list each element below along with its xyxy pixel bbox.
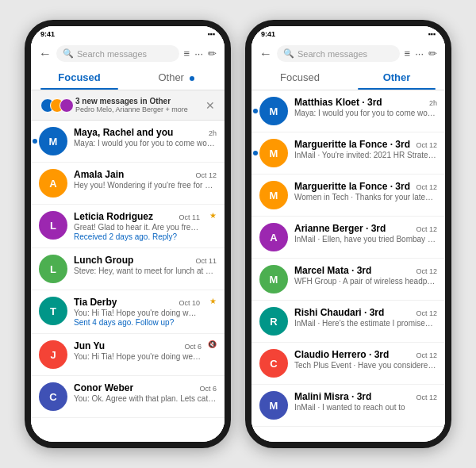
muted-icon: 🔇: [208, 340, 217, 348]
message-time: Oct 11: [195, 257, 217, 265]
back-button-right[interactable]: ←: [259, 47, 272, 61]
tab-focused-right[interactable]: Focused: [251, 65, 348, 90]
sender-name: Maya, Rachel and you: [74, 127, 173, 138]
message-content: Margueritte la Fonce · 3rdOct 12Women in…: [294, 181, 437, 201]
avatar: M: [259, 97, 288, 125]
status-icons-right: ▪▪▪: [428, 30, 436, 38]
avatar-container: T: [39, 297, 67, 325]
sender-name: Rishi Chaudari · 3rd: [294, 307, 384, 318]
header-icons-right: ≡ ··· ✏: [405, 48, 437, 59]
message-item[interactable]: RRishi Chaudari · 3rdOct 12InMail · Here…: [251, 301, 445, 343]
tab-focused-left[interactable]: Focused: [31, 65, 128, 90]
message-time: Oct 12: [416, 225, 437, 233]
message-content: Tia DerbyOct 10You: Hi Tia! Hope you're …: [74, 297, 200, 327]
avatar-container: A: [259, 223, 288, 251]
avatar: M: [259, 181, 288, 209]
message-time: Oct 11: [178, 213, 200, 221]
search-placeholder-left: Search messages: [77, 49, 147, 59]
tab-other-right[interactable]: Other: [348, 65, 445, 90]
message-time: Oct 12: [416, 351, 437, 359]
back-button-left[interactable]: ←: [39, 47, 52, 61]
message-content: Leticia RodriguezOct 11Great! Glad to he…: [74, 211, 200, 241]
message-item[interactable]: LLeticia RodriguezOct 11Great! Glad to h…: [31, 205, 225, 248]
notif-avatar-3: [60, 98, 74, 113]
message-item[interactable]: MMatthias Kloet · 3rd2hMaya: I would you…: [251, 90, 445, 132]
message-item[interactable]: LLunch GroupOct 11Steve: Hey, want to me…: [31, 248, 225, 290]
message-item[interactable]: CConor WeberOct 6You: Ok. Agree with tha…: [31, 376, 225, 418]
message-content: Claudio Herrero · 3rdOct 12Tech Plus Eve…: [294, 349, 437, 370]
message-preview: You: Hi Tia! Hope you're doing well! Doe…: [74, 352, 202, 361]
message-preview2: Received 2 days ago. Reply?: [74, 232, 200, 241]
message-item[interactable]: CClaudio Herrero · 3rdOct 12Tech Plus Ev…: [251, 343, 445, 385]
search-icon-left: 🔍: [63, 48, 74, 59]
message-time: Oct 6: [184, 343, 202, 351]
message-item[interactable]: MMalini Misra · 3rdOct 12InMail · I want…: [251, 385, 445, 427]
compose-icon-left[interactable]: ✏: [208, 48, 217, 59]
avatar: T: [39, 297, 67, 325]
message-preview: Steve: Hey, want to meet for lunch at 1p…: [74, 267, 217, 275]
message-time: Oct 12: [195, 171, 217, 179]
avatar: L: [39, 211, 67, 240]
header-icons-left: ≡ ··· ✏: [184, 48, 217, 59]
filter-icon-right[interactable]: ≡: [405, 48, 411, 59]
more-icon-right[interactable]: ···: [415, 48, 424, 59]
avatar-container: M: [259, 265, 288, 293]
message-item[interactable]: JJun YuOct 6You: Hi Tia! Hope you're doi…: [31, 334, 225, 376]
search-icon-right: 🔍: [283, 48, 294, 59]
search-placeholder-right: Search messages: [298, 49, 367, 59]
unread-dot: [33, 139, 37, 144]
avatar-container: M: [259, 97, 288, 125]
search-bar-right[interactable]: 🔍 Search messages: [277, 45, 400, 62]
avatar: M: [39, 127, 67, 155]
message-time: Oct 12: [416, 309, 437, 317]
avatar: R: [259, 307, 288, 336]
sender-name: Malini Misra · 3rd: [294, 391, 371, 402]
message-content: Rishi Chaudari · 3rdOct 12InMail · Here'…: [294, 307, 437, 328]
message-preview: InMail · Ellen, have you tried Bombay HR…: [294, 235, 437, 244]
notif-close-button-left[interactable]: ✕: [205, 99, 215, 112]
avatar: A: [259, 223, 288, 251]
message-preview2: Sent 4 days ago. Follow up?: [74, 318, 200, 327]
sender-name: Conor Weber: [74, 382, 133, 393]
message-preview: InMail · I wanted to reach out to: [294, 403, 437, 412]
avatar: A: [39, 169, 67, 198]
avatar-container: J: [39, 340, 67, 369]
avatar-container: L: [39, 255, 67, 283]
message-item[interactable]: AAmala JainOct 12Hey you! Wondering if y…: [31, 163, 225, 205]
sender-name: Arianne Berger · 3rd: [294, 223, 386, 234]
message-preview: Maya: I would you for you to come work w…: [294, 109, 437, 117]
more-icon-left[interactable]: ···: [194, 48, 203, 59]
message-item[interactable]: TTia DerbyOct 10You: Hi Tia! Hope you're…: [31, 290, 225, 334]
message-content: Malini Misra · 3rdOct 12InMail · I wante…: [294, 391, 437, 412]
message-preview: Hey you! Wondering if you're free for a …: [74, 181, 217, 190]
message-item[interactable]: MMarcel Mata · 3rdOct 12WFH Group · A pa…: [251, 259, 445, 301]
sender-name: Tia Derby: [74, 297, 117, 308]
avatar: J: [39, 340, 67, 369]
avatar-container: A: [39, 169, 67, 198]
avatar-container: M: [259, 181, 288, 209]
tab-other-left[interactable]: Other: [128, 65, 225, 90]
message-preview: Tech Plus Event · Have you considered at…: [294, 361, 437, 370]
search-bar-left[interactable]: 🔍 Search messages: [56, 45, 179, 62]
sender-name: Leticia Rodriguez: [74, 211, 153, 222]
message-content: Matthias Kloet · 3rd2hMaya: I would you …: [294, 97, 437, 117]
right-phone: 9:41 ▪▪▪ ← 🔍 Search messages ≡ ··· ✏: [245, 20, 451, 448]
message-item[interactable]: MMargueritte la Fonce · 3rdOct 12Women i…: [251, 175, 445, 217]
sender-name: Amala Jain: [74, 169, 124, 180]
filter-icon-left[interactable]: ≡: [184, 48, 190, 59]
compose-icon-right[interactable]: ✏: [428, 48, 437, 59]
message-preview: Great! Glad to hear it. Are you free ...: [74, 223, 200, 232]
avatar: M: [259, 391, 288, 420]
left-phone: 9:41 ▪▪▪ ← 🔍 Search messages ≡ ··· ✏: [25, 20, 231, 448]
status-bar-right: 9:41 ▪▪▪: [251, 26, 445, 42]
message-item[interactable]: MMargueritte la Fonce · 3rdOct 12InMail …: [251, 132, 445, 175]
message-content: Marcel Mata · 3rdOct 12WFH Group · A pai…: [294, 265, 437, 286]
star-icon: ★: [209, 211, 217, 220]
avatar-container: M: [39, 127, 67, 155]
message-content: Amala JainOct 12Hey you! Wondering if yo…: [74, 169, 217, 190]
avatar-container: M: [259, 139, 288, 167]
message-item[interactable]: AArianne Berger · 3rdOct 12InMail · Elle…: [251, 217, 445, 259]
message-item[interactable]: MMaya, Rachel and you2hMaya: I would you…: [31, 121, 225, 163]
avatar: L: [39, 255, 67, 283]
status-icons-left: ▪▪▪: [207, 30, 215, 38]
